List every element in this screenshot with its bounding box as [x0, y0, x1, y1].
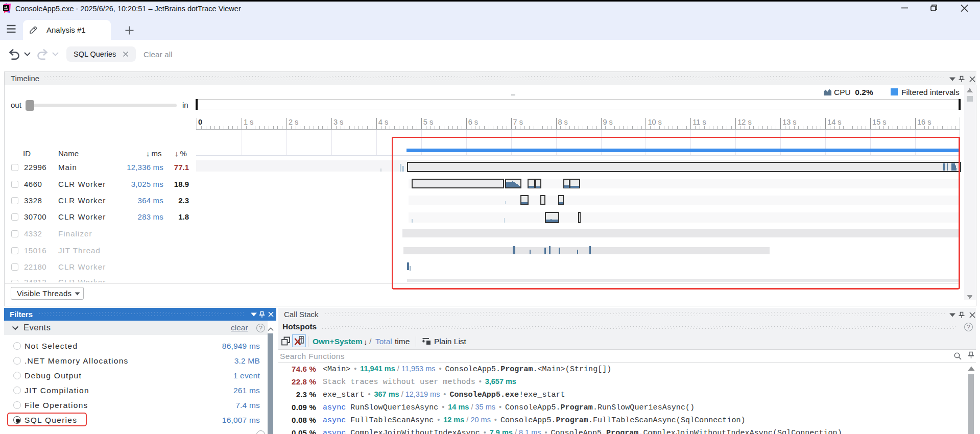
svg-text:4 s: 4 s [378, 118, 388, 126]
svg-text:13 s: 13 s [782, 118, 796, 126]
svg-text:3 s: 3 s [333, 118, 343, 126]
svg-text:5 s: 5 s [423, 118, 433, 126]
svg-text:15 s: 15 s [872, 118, 886, 126]
svg-text:12 s: 12 s [737, 118, 751, 126]
svg-text:7 s: 7 s [513, 118, 523, 126]
svg-text:9 s: 9 s [603, 118, 613, 126]
svg-text:6 s: 6 s [468, 118, 478, 126]
svg-text:14 s: 14 s [827, 118, 841, 126]
svg-text:8 s: 8 s [558, 118, 568, 126]
svg-text:16 s: 16 s [917, 118, 931, 126]
svg-text:10 s: 10 s [648, 118, 661, 126]
svg-text:11 s: 11 s [692, 118, 706, 126]
svg-text:0: 0 [198, 118, 202, 126]
svg-text:2 s: 2 s [289, 118, 298, 126]
svg-text:1 s: 1 s [244, 118, 253, 126]
